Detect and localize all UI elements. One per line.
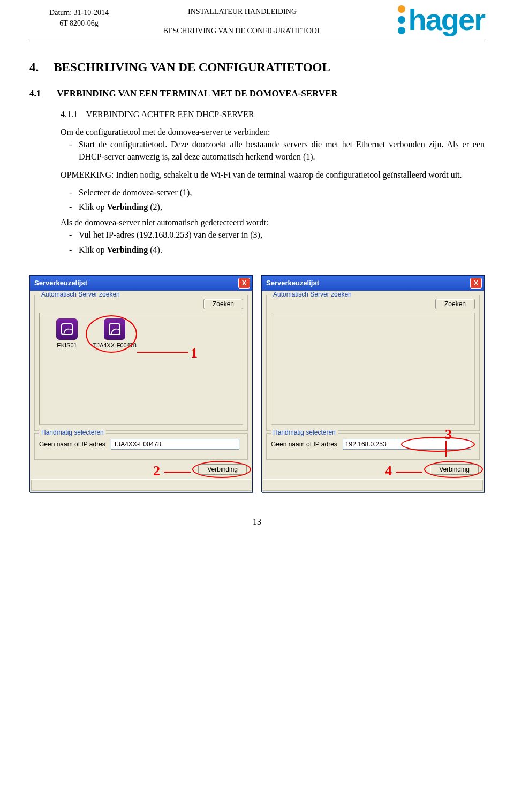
header-center: INSTALLATEUR HANDLEIDING BESCHRIJVING VA…: [134, 5, 351, 35]
bullet-2-text: Selecteer de domovea-server (1),: [79, 188, 192, 197]
heading-2: 4.1 VERBINDING VAN EEN TERMINAL MET DE D…: [29, 88, 485, 99]
close-icon[interactable]: X: [238, 278, 250, 289]
bullet-4: Vul het IP-adres (192.168.0.253) van de …: [69, 229, 485, 241]
doc-date: Datum: 31-10-2014: [29, 7, 128, 18]
ip-label: Geen naam of IP adres: [271, 441, 337, 448]
h3-number: 4.1.1: [61, 110, 78, 119]
bullet-1: Start de configuratietool. Deze doorzoek…: [69, 138, 485, 163]
titlebar-right[interactable]: Serverkeuzelijst X: [262, 276, 484, 291]
brand-name: hager: [409, 7, 485, 33]
titlebar-left[interactable]: Serverkeuzelijst X: [30, 276, 252, 291]
auto-search-label: Automatisch Server zoeken: [271, 291, 354, 298]
doc-code: 6T 8200-06g: [29, 18, 128, 29]
window-title: Serverkeuzelijst: [34, 279, 87, 287]
ip-label: Geen naam of IP adres: [39, 441, 105, 448]
header-title-2: BESCHRIJVING VAN DE CONFIGURATIETOOL: [134, 27, 351, 35]
bullet-3: Klik op Verbinding (2),: [69, 201, 485, 213]
para-2: Als de domovea-server niet automatisch g…: [61, 216, 485, 229]
statusbar: [31, 479, 251, 491]
intro-para: Om de configuratietool met de domovea-se…: [61, 126, 485, 138]
server-icon: [56, 318, 78, 340]
ip-input-left[interactable]: [111, 439, 239, 450]
heading-3: 4.1.1 VERBINDING ACHTER EEN DHCP-SERVER: [29, 110, 485, 119]
screenshots-row: Serverkeuzelijst X Automatisch Server zo…: [29, 275, 485, 492]
brand-logo: hager: [356, 5, 485, 34]
callout-1: 1: [191, 345, 198, 361]
bullet-2: Selecteer de domovea-server (1),: [69, 186, 485, 199]
h2-number: 4.1: [29, 88, 41, 99]
header-title-1: INSTALLATEUR HANDLEIDING: [134, 5, 351, 16]
note-block: OPMERKING: Indien nodig, schakelt u de W…: [61, 169, 485, 181]
window-left: Serverkeuzelijst X Automatisch Server zo…: [29, 275, 253, 492]
h1-text: BESCHRIJVING VAN DE CONFIGURATIETOOL: [54, 60, 330, 74]
callout-circle-1: [86, 315, 137, 353]
callout-circle-2: [192, 461, 251, 478]
callout-4: 4: [385, 463, 392, 479]
callout-circle-3: [401, 437, 475, 452]
body-text: Om de configuratietool met de domovea-se…: [29, 126, 485, 256]
callout-1-line: [137, 352, 188, 353]
note-text: Indien nodig, schakelt u de Wi-Fi van de…: [116, 170, 462, 179]
server-item-ekis01[interactable]: EKIS01: [44, 318, 90, 348]
h1-number: 4.: [29, 60, 39, 74]
window-title: Serverkeuzelijst: [266, 279, 319, 287]
server-list-right[interactable]: [271, 313, 475, 425]
manual-select-label: Handmatig selecteren: [271, 429, 338, 436]
page-header: Datum: 31-10-2014 6T 8200-06g INSTALLATE…: [29, 0, 485, 39]
bullet-5: Klik op Verbinding (4).: [69, 244, 485, 256]
page-number: 13: [29, 492, 485, 527]
search-button[interactable]: Zoeken: [203, 299, 243, 309]
callout-2-line: [164, 472, 191, 473]
logo-dots-icon: [398, 5, 405, 34]
callout-3-line: [445, 441, 447, 457]
window-right: Serverkeuzelijst X Automatisch Server zo…: [261, 275, 485, 492]
h2-text: VERBINDING VAN EEN TERMINAL MET DE DOMOV…: [57, 88, 337, 99]
callout-4-line: [396, 472, 422, 473]
heading-1: 4. BESCHRIJVING VAN DE CONFIGURATIETOOL: [29, 60, 485, 74]
callout-circle-4: [424, 461, 483, 478]
server-list-left[interactable]: EKIS01 TJA4XX-F00478: [39, 313, 243, 425]
manual-select-label: Handmatig selecteren: [39, 429, 106, 436]
manual-select-group-left: Handmatig selecteren Geen naam of IP adr…: [34, 433, 248, 460]
close-icon[interactable]: X: [470, 278, 482, 289]
statusbar: [263, 479, 483, 491]
note-label: OPMERKING:: [61, 170, 114, 179]
auto-search-group-right: Automatisch Server zoeken Zoeken: [266, 295, 480, 431]
auto-search-label: Automatisch Server zoeken: [39, 291, 122, 298]
callout-2: 2: [153, 463, 160, 479]
search-button[interactable]: Zoeken: [435, 299, 475, 309]
h3-text: VERBINDING ACHTER EEN DHCP-SERVER: [86, 110, 254, 119]
header-left: Datum: 31-10-2014 6T 8200-06g: [29, 5, 128, 28]
server-label: EKIS01: [57, 342, 77, 348]
auto-search-group-left: Automatisch Server zoeken Zoeken EKIS01 …: [34, 295, 248, 431]
